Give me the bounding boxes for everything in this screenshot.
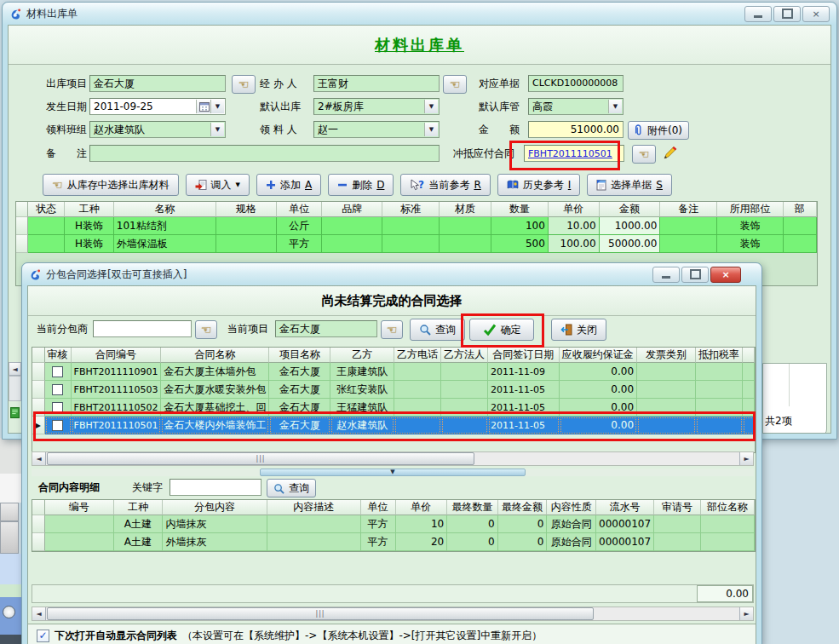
current-project-input[interactable]: 金石大厦: [275, 320, 377, 337]
cell: [696, 381, 744, 399]
contracts-h-scrollbar[interactable]: ◄ ||| ►: [32, 451, 754, 466]
dialog-minimize-button[interactable]: [652, 267, 680, 283]
history-reference-button[interactable]: 历史参考I: [497, 174, 581, 196]
dialog-close-button[interactable]: ×: [710, 267, 741, 283]
keeper-dropdown-button[interactable]: ▼: [608, 100, 622, 113]
scroll-thumb[interactable]: |||: [47, 607, 594, 620]
contracts-table-inner: 审核 合同编号 合同名称 项目名称 乙方 乙方电话 乙方法人 合同签订日期 应收…: [32, 348, 755, 434]
sign-pen-icon[interactable]: [663, 146, 677, 160]
header-cell: 数量: [491, 202, 549, 217]
contract-row-selected[interactable]: ▶ FBHT2011110501 金石大楼内外墙装饰工 金石大厦 赵水建筑队 2…: [32, 417, 755, 434]
keeper-combo[interactable]: 高霞 ▼: [528, 98, 624, 115]
cell: 赵水建筑队: [330, 417, 394, 434]
table-row[interactable]: H装饰 101粘结剂 公斤 100 10.00 1000.00 装饰: [16, 217, 817, 235]
add-button[interactable]: 添加A: [256, 174, 321, 196]
keyword-input[interactable]: [170, 479, 261, 496]
scroll-left-button[interactable]: ◄: [32, 452, 46, 465]
cell: H装饰: [65, 217, 113, 235]
detail-search-button[interactable]: 查询: [267, 479, 316, 497]
row-indicator: [32, 533, 45, 551]
h-scrollbar-fragment[interactable]: ◄: [9, 362, 21, 376]
window-controls: ×: [744, 6, 830, 22]
row-indicator-header: [16, 202, 28, 217]
check-icon: ✓: [38, 630, 47, 641]
header-cell: 审核: [45, 348, 72, 363]
splitter[interactable]: ▼: [32, 469, 754, 476]
handler-picker-button[interactable]: ☜: [443, 75, 467, 94]
header-cell: 应收履约保证金: [560, 348, 638, 363]
contract-picker-button[interactable]: ☜: [632, 145, 656, 164]
pick-from-stock-button[interactable]: ☜ 从库存中选择出库材料: [43, 174, 179, 196]
subcontractor-input[interactable]: [93, 320, 192, 337]
date-input[interactable]: 2011-09-25 ▼: [89, 98, 226, 115]
select-document-button[interactable]: 选择单据S: [587, 174, 672, 196]
background-fragment: [0, 597, 21, 635]
cell: [441, 399, 488, 417]
maximize-button[interactable]: [773, 6, 801, 22]
cell: 0: [447, 515, 497, 533]
current-reference-button[interactable]: 当前参考R: [400, 174, 490, 196]
team-value: 赵水建筑队: [94, 124, 145, 135]
check-icon: [483, 324, 497, 336]
date-dropdown-button[interactable]: ▼: [210, 100, 224, 113]
team-dropdown-button[interactable]: ▼: [210, 123, 224, 136]
dialog-window-controls: ×: [652, 267, 741, 283]
background-button-fragment[interactable]: [0, 521, 19, 554]
cell: 2011-11-05: [488, 417, 560, 434]
detail-row[interactable]: A土建 外墙抹灰 平方 20 0 0 原始合同 00000107: [32, 533, 755, 551]
offset-contract-input[interactable]: FBHT2011110501: [524, 145, 624, 162]
project-picker-button[interactable]: ☜: [232, 75, 256, 94]
delete-button[interactable]: 删除D: [328, 174, 394, 196]
row-checkbox[interactable]: [52, 420, 63, 431]
contract-link[interactable]: FBHT2011110501: [528, 148, 612, 159]
team-combo[interactable]: 赵水建筑队 ▼: [89, 121, 226, 138]
dialog-maximize-button[interactable]: [681, 267, 709, 283]
scrollbar-track-fragment[interactable]: [9, 376, 21, 401]
subcontractor-picker-button[interactable]: ☜: [195, 320, 217, 339]
auto-show-checkbox[interactable]: ✓: [37, 630, 49, 642]
background-button-fragment[interactable]: [0, 503, 19, 521]
scroll-right-button[interactable]: ►: [739, 452, 753, 465]
detail-h-scrollbar[interactable]: ◄ ||| ►: [32, 607, 754, 621]
amount-input[interactable]: 51000.00: [528, 121, 624, 138]
detail-search-label: 查询: [289, 481, 309, 496]
import-button[interactable]: 调入 ▼: [186, 174, 250, 196]
project-input[interactable]: 金石大厦: [89, 75, 226, 92]
ref-doc-input[interactable]: CLCKD100000008: [528, 75, 624, 92]
current-project-picker-button[interactable]: ☜: [381, 320, 403, 339]
contract-row[interactable]: FBHT2011110503 金石大厦水暖安装外包 金石大厦 张红安装队 201…: [32, 381, 755, 399]
contract-row[interactable]: FBHT2011110901 金石大厦主体墙外包 金石大厦 王康建筑队 2011…: [32, 363, 755, 381]
row-checkbox[interactable]: [52, 402, 63, 413]
cell: [654, 533, 701, 551]
scroll-left-button[interactable]: ◄: [32, 607, 46, 620]
import-icon: [195, 179, 207, 191]
header-cell: 内容性质: [547, 500, 596, 515]
table-row[interactable]: H装饰 外墙保温板 平方 500 100.00 50000.00 装饰: [16, 235, 817, 253]
attachment-button[interactable]: 附件(0): [628, 121, 689, 140]
row-checkbox[interactable]: [52, 366, 63, 377]
detail-row[interactable]: A土建 内墙抹灰 平方 10 0 0 原始合同 00000107: [32, 515, 755, 533]
minimize-button[interactable]: [744, 6, 772, 22]
note-input[interactable]: [89, 145, 440, 162]
scroll-right-button[interactable]: ►: [739, 607, 753, 620]
cell: 100: [491, 217, 549, 235]
picker-combo[interactable]: 赵一 ▼: [313, 121, 440, 138]
handler-input[interactable]: 王富财: [313, 75, 440, 92]
close-dialog-button[interactable]: 关闭: [551, 319, 606, 341]
cell: [696, 363, 744, 381]
scroll-thumb[interactable]: |||: [47, 452, 474, 465]
header-cell: 标准: [382, 202, 440, 217]
ok-button[interactable]: 确定: [469, 319, 534, 341]
row-checkbox[interactable]: [52, 384, 63, 395]
close-button[interactable]: ×: [802, 6, 830, 22]
search-icon: [419, 324, 431, 336]
contract-row[interactable]: FBHT2011110502 金石大厦基础挖土、回 金石大厦 王猛建筑队 201…: [32, 399, 755, 417]
cell: [441, 363, 488, 381]
warehouse-combo[interactable]: 2#板房库 ▼: [313, 98, 440, 115]
warehouse-dropdown-button[interactable]: ▼: [424, 100, 438, 113]
search-button[interactable]: 查询: [410, 319, 465, 341]
radio-icon[interactable]: [3, 606, 15, 618]
header-cell: 乙方法人: [441, 348, 488, 363]
picker-dropdown-button[interactable]: ▼: [424, 123, 438, 136]
cell: 00000107: [596, 533, 654, 551]
